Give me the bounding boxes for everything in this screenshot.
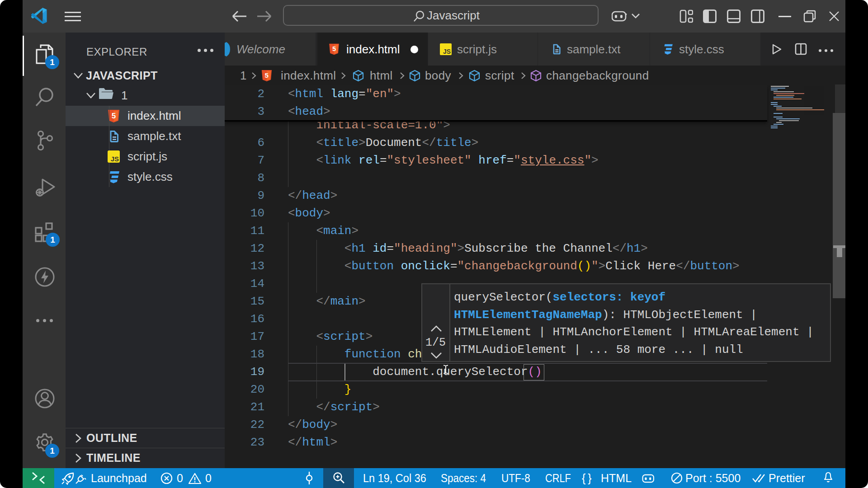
svg-text:5: 5 bbox=[112, 112, 116, 120]
svg-text:5: 5 bbox=[332, 45, 336, 52]
svg-text:5: 5 bbox=[265, 71, 269, 79]
